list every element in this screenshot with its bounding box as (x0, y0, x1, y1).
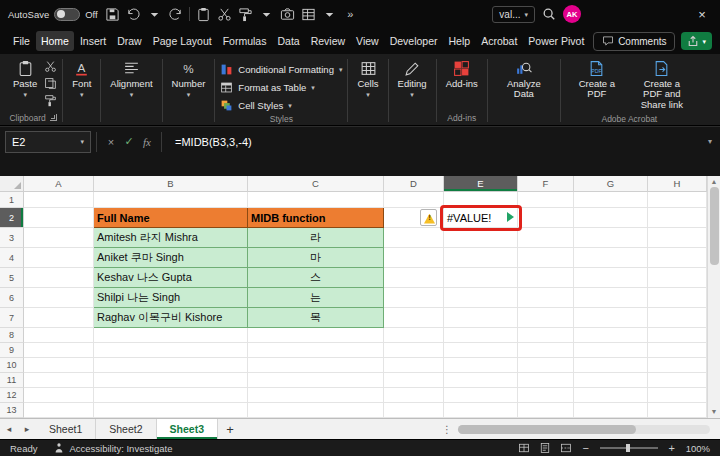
vertical-scrollbar[interactable]: ▲ ▼ (707, 176, 720, 418)
scroll-up-icon[interactable]: ▲ (711, 177, 718, 187)
cell-G11[interactable] (574, 373, 648, 388)
ribbon-tab-file[interactable]: File (8, 31, 35, 51)
cell-H5[interactable] (648, 268, 707, 288)
share-button[interactable]: ▾ (681, 32, 712, 50)
sheet-tab-sheet1[interactable]: Sheet1 (36, 419, 96, 439)
cell-C9[interactable] (248, 343, 384, 358)
cell-C1[interactable] (248, 192, 384, 208)
cell-A8[interactable] (24, 328, 94, 343)
dialog-launcher-icon[interactable] (50, 114, 57, 121)
conditional-formatting-button[interactable]: Conditional Formatting ▾ (220, 61, 342, 77)
cell-E8[interactable] (444, 328, 518, 343)
close-window-button[interactable]: × (692, 7, 712, 22)
cell-D6[interactable] (384, 288, 444, 308)
number-button[interactable]: % Number ▾ (168, 58, 210, 100)
cell-D1[interactable] (384, 192, 444, 208)
column-header-H[interactable]: H (648, 176, 707, 192)
cell-B4[interactable]: Aniket 쿠마 Singh (94, 248, 248, 268)
cell-E12[interactable] (444, 388, 518, 403)
autosave-control[interactable]: AutoSave Off (8, 8, 98, 21)
brush-icon[interactable] (238, 7, 253, 22)
cell-E3[interactable] (444, 228, 518, 248)
chevron-down-icon[interactable] (322, 7, 337, 22)
cell-H13[interactable] (648, 403, 707, 418)
cell-H2[interactable] (648, 208, 707, 228)
cell-A11[interactable] (24, 373, 94, 388)
cell-F11[interactable] (518, 373, 574, 388)
cell-B6[interactable]: Shilpi 나는 Singh (94, 288, 248, 308)
error-checking-button[interactable]: ! (420, 209, 437, 226)
cell-F2[interactable] (518, 208, 574, 228)
format-as-table-button[interactable]: Format as Table ▾ (220, 79, 342, 95)
cell-A2[interactable] (24, 208, 94, 228)
chevron-down-icon[interactable] (147, 7, 162, 22)
zoom-in-icon[interactable]: + (667, 443, 677, 454)
cell-B2[interactable]: Full Name (94, 208, 248, 228)
row-header-5[interactable]: 5 (0, 268, 24, 288)
cell-G12[interactable] (574, 388, 648, 403)
tab-scroll-divider[interactable]: ⋮ (440, 424, 454, 435)
cell-H12[interactable] (648, 388, 707, 403)
cell-A5[interactable] (24, 268, 94, 288)
row-header-9[interactable]: 9 (0, 343, 24, 358)
cell-F8[interactable] (518, 328, 574, 343)
cell-A4[interactable] (24, 248, 94, 268)
column-header-A[interactable]: A (24, 176, 94, 192)
cell-C13[interactable] (248, 403, 384, 418)
cell-D7[interactable] (384, 308, 444, 328)
paste-button[interactable]: Paste ▾ (9, 58, 41, 100)
cell-B7[interactable]: Raghav 이목구비 Kishore (94, 308, 248, 328)
cell-E6[interactable] (444, 288, 518, 308)
row-header-1[interactable]: 1 (0, 192, 24, 208)
cell-A3[interactable] (24, 228, 94, 248)
cell-B10[interactable] (94, 358, 248, 373)
cell-H7[interactable] (648, 308, 707, 328)
cell-G2[interactable] (574, 208, 648, 228)
cell-C12[interactable] (248, 388, 384, 403)
cell-H9[interactable] (648, 343, 707, 358)
cell-E1[interactable] (444, 192, 518, 208)
search-box[interactable]: val... ▾ (492, 6, 535, 23)
cell-A10[interactable] (24, 358, 94, 373)
clipboard-icon[interactable] (196, 7, 211, 22)
formula-input[interactable]: =MIDB(B3,3,-4) (167, 136, 700, 148)
cell-F7[interactable] (518, 308, 574, 328)
cell-C5[interactable]: 스 (248, 268, 384, 288)
column-header-B[interactable]: B (94, 176, 248, 192)
ribbon-tab-view[interactable]: View (351, 31, 384, 51)
new-sheet-button[interactable]: + (218, 422, 242, 437)
scrollbar-thumb[interactable] (710, 187, 719, 265)
analyze-data-button[interactable]: Analyze Data (493, 58, 555, 102)
cell-H8[interactable] (648, 328, 707, 343)
cell-H3[interactable] (648, 228, 707, 248)
cell-A9[interactable] (24, 343, 94, 358)
undo-icon[interactable] (126, 7, 141, 22)
avatar[interactable]: AK (563, 5, 581, 23)
cell-E4[interactable] (444, 248, 518, 268)
ribbon-tab-acrobat[interactable]: Acrobat (476, 31, 522, 51)
cell-F9[interactable] (518, 343, 574, 358)
cell-G3[interactable] (574, 228, 648, 248)
cell-H1[interactable] (648, 192, 707, 208)
cell-D13[interactable] (384, 403, 444, 418)
name-box[interactable]: E2 ▾ (5, 131, 91, 153)
cell-D3[interactable] (384, 228, 444, 248)
insert-function-button[interactable]: fx (138, 136, 156, 148)
cell-G7[interactable] (574, 308, 648, 328)
cell-G9[interactable] (574, 343, 648, 358)
cell-C7[interactable]: 목 (248, 308, 384, 328)
table-icon[interactable] (301, 7, 316, 22)
cell-B9[interactable] (94, 343, 248, 358)
sheet-nav-left-icon[interactable]: ◂ (0, 424, 18, 434)
cell-A6[interactable] (24, 288, 94, 308)
editing-button[interactable]: Editing ▾ (394, 58, 431, 100)
cell-F4[interactable] (518, 248, 574, 268)
cut-icon[interactable] (44, 60, 57, 73)
expand-formula-bar-icon[interactable]: ▾ (700, 137, 720, 146)
cell-G1[interactable] (574, 192, 648, 208)
cell-F1[interactable] (518, 192, 574, 208)
column-header-C[interactable]: C (248, 176, 384, 192)
cell-D10[interactable] (384, 358, 444, 373)
horizontal-scrollbar-thumb[interactable] (458, 425, 636, 434)
redo-icon[interactable] (168, 7, 183, 22)
